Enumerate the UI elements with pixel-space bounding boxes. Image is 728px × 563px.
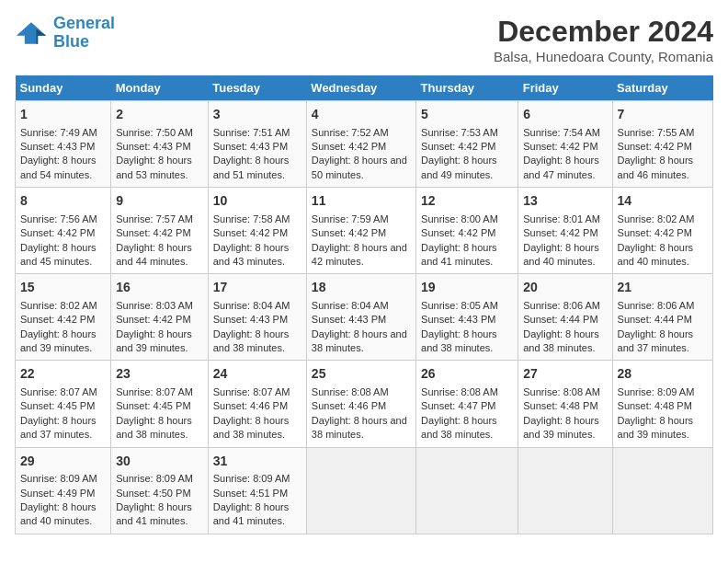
sunrise-text: Sunrise: 8:07 AM <box>116 386 193 397</box>
sunrise-text: Sunrise: 8:07 AM <box>20 386 97 397</box>
calendar-cell: 20 Sunrise: 8:06 AM Sunset: 4:44 PM Dayl… <box>518 274 612 361</box>
sunrise-text: Sunrise: 8:09 AM <box>213 473 290 484</box>
calendar-cell: 14 Sunrise: 8:02 AM Sunset: 4:42 PM Dayl… <box>612 188 712 274</box>
sunset-text: Sunset: 4:42 PM <box>213 227 288 238</box>
calendar-cell: 2 Sunrise: 7:50 AM Sunset: 4:43 PM Dayli… <box>111 101 209 188</box>
sunrise-text: Sunrise: 7:51 AM <box>213 127 290 138</box>
daylight-text: Daylight: 8 hours and 38 minutes. <box>312 328 407 353</box>
page-header: General Blue December 2024 Balsa, Hunedo… <box>15 15 713 64</box>
day-number: 2 <box>116 106 203 124</box>
day-number: 13 <box>523 192 607 211</box>
calendar-day-header: Thursday <box>416 75 518 101</box>
calendar-day-header: Friday <box>518 75 612 101</box>
logo-text: General Blue <box>53 15 115 52</box>
day-number: 23 <box>116 365 203 384</box>
daylight-text: Daylight: 8 hours and 38 minutes. <box>421 415 497 440</box>
sunset-text: Sunset: 4:46 PM <box>312 400 386 411</box>
daylight-text: Daylight: 8 hours and 38 minutes. <box>421 328 497 353</box>
sunset-text: Sunset: 4:42 PM <box>421 141 495 152</box>
calendar-week-row: 29 Sunrise: 8:09 AM Sunset: 4:49 PM Dayl… <box>16 447 713 534</box>
calendar-cell: 6 Sunrise: 7:54 AM Sunset: 4:42 PM Dayli… <box>518 101 612 188</box>
sunrise-text: Sunrise: 8:08 AM <box>421 386 498 397</box>
day-number: 6 <box>523 106 607 124</box>
calendar-cell: 9 Sunrise: 7:57 AM Sunset: 4:42 PM Dayli… <box>111 188 209 274</box>
calendar-body: 1 Sunrise: 7:49 AM Sunset: 4:43 PM Dayli… <box>16 101 713 534</box>
daylight-text: Daylight: 8 hours and 54 minutes. <box>20 155 97 179</box>
calendar-cell: 15 Sunrise: 8:02 AM Sunset: 4:42 PM Dayl… <box>16 274 111 361</box>
calendar-cell: 7 Sunrise: 7:55 AM Sunset: 4:42 PM Dayli… <box>612 101 712 188</box>
daylight-text: Daylight: 8 hours and 37 minutes. <box>20 415 97 440</box>
calendar-cell: 19 Sunrise: 8:05 AM Sunset: 4:43 PM Dayl… <box>416 274 518 361</box>
daylight-text: Daylight: 8 hours and 41 minutes. <box>116 501 192 526</box>
day-number: 30 <box>116 453 203 471</box>
daylight-text: Daylight: 8 hours and 40 minutes. <box>20 501 97 526</box>
sunrise-text: Sunrise: 8:07 AM <box>213 386 290 397</box>
title-block: December 2024 Balsa, Hunedoara County, R… <box>494 15 713 64</box>
sunrise-text: Sunrise: 7:53 AM <box>421 127 498 138</box>
day-number: 26 <box>421 365 513 384</box>
sunrise-text: Sunrise: 7:55 AM <box>618 127 695 138</box>
calendar-week-row: 8 Sunrise: 7:56 AM Sunset: 4:42 PM Dayli… <box>16 188 713 274</box>
sunrise-text: Sunrise: 8:04 AM <box>213 300 290 311</box>
sunrise-text: Sunrise: 7:59 AM <box>312 213 389 224</box>
sunrise-text: Sunrise: 8:06 AM <box>618 300 695 311</box>
sunset-text: Sunset: 4:48 PM <box>618 400 692 411</box>
daylight-text: Daylight: 8 hours and 43 minutes. <box>213 242 290 267</box>
sunrise-text: Sunrise: 8:03 AM <box>116 300 193 311</box>
daylight-text: Daylight: 8 hours and 39 minutes. <box>20 328 97 353</box>
day-number: 15 <box>20 279 106 297</box>
sunset-text: Sunset: 4:48 PM <box>523 400 597 411</box>
sunrise-text: Sunrise: 8:04 AM <box>312 300 389 311</box>
sunset-text: Sunset: 4:49 PM <box>20 488 95 499</box>
day-number: 8 <box>20 192 106 211</box>
calendar-cell: 16 Sunrise: 8:03 AM Sunset: 4:42 PM Dayl… <box>111 274 209 361</box>
sunset-text: Sunset: 4:42 PM <box>116 314 190 325</box>
day-number: 10 <box>213 192 301 211</box>
calendar-cell: 4 Sunrise: 7:52 AM Sunset: 4:42 PM Dayli… <box>306 101 415 188</box>
daylight-text: Daylight: 8 hours and 50 minutes. <box>312 155 407 179</box>
day-number: 31 <box>213 453 301 471</box>
sunset-text: Sunset: 4:44 PM <box>618 314 692 325</box>
sunset-text: Sunset: 4:42 PM <box>20 314 95 325</box>
calendar-cell: 28 Sunrise: 8:09 AM Sunset: 4:48 PM Dayl… <box>612 361 712 447</box>
daylight-text: Daylight: 8 hours and 37 minutes. <box>618 328 694 353</box>
calendar-cell <box>416 447 518 534</box>
calendar-cell: 18 Sunrise: 8:04 AM Sunset: 4:43 PM Dayl… <box>306 274 415 361</box>
sunrise-text: Sunrise: 8:09 AM <box>20 473 97 484</box>
calendar-day-header: Monday <box>111 75 209 101</box>
day-number: 29 <box>20 453 106 471</box>
sunset-text: Sunset: 4:42 PM <box>116 227 190 238</box>
calendar-cell: 27 Sunrise: 8:08 AM Sunset: 4:48 PM Dayl… <box>518 361 612 447</box>
sunset-text: Sunset: 4:42 PM <box>312 227 386 238</box>
sunrise-text: Sunrise: 8:02 AM <box>618 213 695 224</box>
sunset-text: Sunset: 4:50 PM <box>116 488 190 499</box>
calendar-cell: 29 Sunrise: 8:09 AM Sunset: 4:49 PM Dayl… <box>16 447 111 534</box>
sunrise-text: Sunrise: 8:01 AM <box>523 213 600 224</box>
sunset-text: Sunset: 4:43 PM <box>116 141 190 152</box>
day-number: 24 <box>213 365 301 384</box>
sunrise-text: Sunrise: 7:52 AM <box>312 127 389 138</box>
calendar-cell: 3 Sunrise: 7:51 AM Sunset: 4:43 PM Dayli… <box>208 101 306 188</box>
calendar-day-header: Tuesday <box>208 75 306 101</box>
day-number: 19 <box>421 279 513 297</box>
main-title: December 2024 <box>494 15 713 49</box>
calendar-cell: 25 Sunrise: 8:08 AM Sunset: 4:46 PM Dayl… <box>306 361 415 447</box>
daylight-text: Daylight: 8 hours and 44 minutes. <box>116 242 192 267</box>
day-number: 20 <box>523 279 607 297</box>
sunrise-text: Sunrise: 7:58 AM <box>213 213 290 224</box>
sunrise-text: Sunrise: 8:09 AM <box>116 473 193 484</box>
daylight-text: Daylight: 8 hours and 39 minutes. <box>116 328 192 353</box>
daylight-text: Daylight: 8 hours and 39 minutes. <box>523 415 599 440</box>
sunrise-text: Sunrise: 7:57 AM <box>116 213 193 224</box>
daylight-text: Daylight: 8 hours and 45 minutes. <box>20 242 97 267</box>
day-number: 21 <box>618 279 708 297</box>
daylight-text: Daylight: 8 hours and 40 minutes. <box>618 242 694 267</box>
sunset-text: Sunset: 4:42 PM <box>20 227 95 238</box>
day-number: 3 <box>213 106 301 124</box>
calendar-cell: 26 Sunrise: 8:08 AM Sunset: 4:47 PM Dayl… <box>416 361 518 447</box>
calendar-week-row: 1 Sunrise: 7:49 AM Sunset: 4:43 PM Dayli… <box>16 101 713 188</box>
daylight-text: Daylight: 8 hours and 38 minutes. <box>312 415 407 440</box>
sunrise-text: Sunrise: 8:09 AM <box>618 386 695 397</box>
logo-icon <box>15 20 48 46</box>
calendar-cell: 10 Sunrise: 7:58 AM Sunset: 4:42 PM Dayl… <box>208 188 306 274</box>
